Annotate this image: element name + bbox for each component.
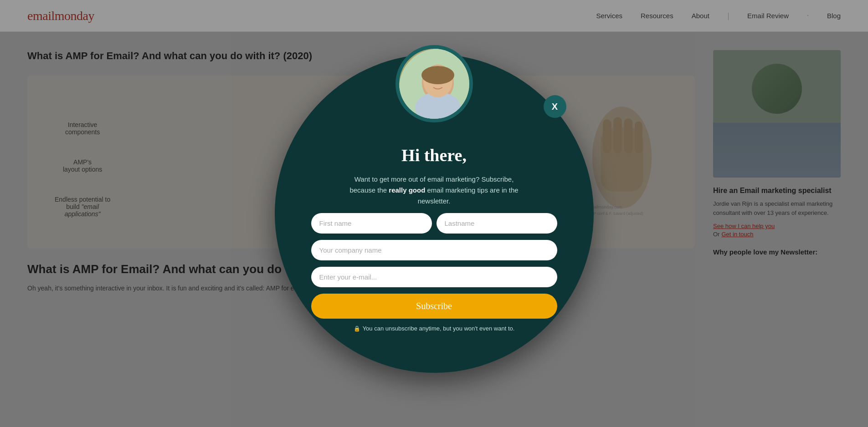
svg-point-14 (421, 66, 454, 84)
company-input[interactable] (311, 240, 557, 260)
avatar (395, 45, 473, 122)
modal-overlay: X Hi there, Want to get more out of emai… (0, 0, 868, 427)
firstname-input[interactable] (311, 213, 432, 234)
popup-content: Hi there, Want to get more out of email … (311, 145, 557, 332)
subscribe-button[interactable]: Subscribe (311, 294, 557, 319)
close-button[interactable]: X (544, 95, 566, 118)
popup-greeting: Hi there, (401, 145, 467, 165)
lastname-input[interactable] (437, 213, 557, 234)
lock-icon: 🔒 (354, 325, 360, 332)
subscribe-popup: X Hi there, Want to get more out of emai… (275, 54, 594, 373)
email-input[interactable] (311, 267, 557, 287)
popup-description: Want to get more out of email marketing?… (348, 174, 521, 207)
avatar-image (399, 49, 469, 119)
privacy-text: 🔒 You can unsubscribe anytime, but you w… (354, 325, 515, 332)
name-row (311, 213, 557, 234)
